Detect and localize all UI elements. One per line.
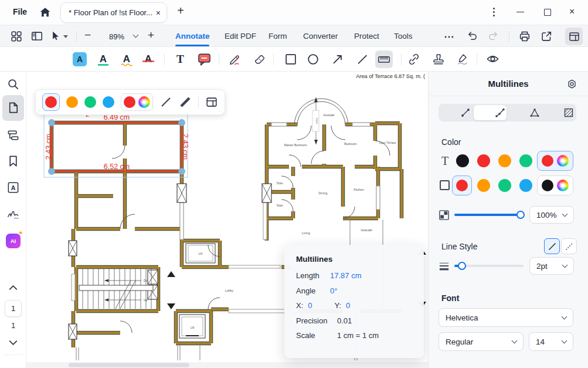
select-cursor-icon[interactable] bbox=[49, 30, 62, 43]
measure-tool-icon[interactable] bbox=[375, 50, 393, 68]
tab-form[interactable]: Form bbox=[268, 32, 287, 40]
squiggly-tool-icon[interactable]: A bbox=[118, 51, 134, 67]
window-close-button[interactable]: × bbox=[569, 6, 575, 17]
color-wheel-icon[interactable] bbox=[138, 96, 150, 108]
settings-icon[interactable] bbox=[566, 79, 577, 90]
color-wheel-icon[interactable] bbox=[557, 155, 569, 167]
strikethrough-tool-icon[interactable]: A bbox=[140, 51, 156, 67]
tab-tools[interactable]: Tools bbox=[394, 32, 413, 40]
opacity-dropdown[interactable]: 100% bbox=[529, 206, 574, 224]
line-style-solid-selected[interactable] bbox=[544, 238, 560, 254]
page-thumbnails-icon[interactable] bbox=[6, 101, 20, 114]
panel-layout-toggle[interactable] bbox=[565, 28, 583, 45]
home-icon[interactable] bbox=[39, 6, 52, 19]
line-width-dropdown[interactable]: 2pt bbox=[529, 257, 574, 275]
thick-line-icon[interactable] bbox=[179, 96, 192, 109]
annotations-list-icon[interactable]: A bbox=[6, 181, 20, 194]
panel-layout-icon[interactable] bbox=[205, 96, 218, 109]
annotation-handle[interactable] bbox=[49, 120, 55, 126]
bookmark-icon[interactable] bbox=[6, 154, 20, 168]
color-swatch-green[interactable] bbox=[84, 96, 96, 108]
signature-panel-icon[interactable] bbox=[6, 207, 20, 221]
ai-assistant-icon[interactable]: AI ✦ bbox=[6, 234, 21, 248]
measurement-annotation[interactable]: 2 6.49 cm 6.52 cm 2.43 cm 2.43 cm bbox=[45, 111, 189, 175]
previous-page-icon[interactable] bbox=[6, 281, 20, 295]
pencil-tool-icon[interactable] bbox=[227, 51, 243, 67]
zoom-level[interactable]: 89% bbox=[103, 32, 130, 41]
tab-protect[interactable]: Protect bbox=[354, 32, 379, 40]
multilines-tool-icon[interactable] bbox=[494, 107, 506, 119]
annotation-handle[interactable] bbox=[49, 168, 55, 175]
document-tab[interactable]: * Floor Plan of !st Floor... × bbox=[60, 2, 167, 23]
cursor-dropdown-icon[interactable] bbox=[63, 35, 68, 38]
line-style-dashed[interactable] bbox=[561, 238, 577, 254]
line-tool-icon[interactable] bbox=[354, 51, 370, 67]
file-menu[interactable]: File bbox=[13, 7, 27, 16]
document-canvas[interactable]: Area of Terrace 6.87 Sq. m. ( 1750 Veran… bbox=[26, 72, 428, 368]
text-color-black[interactable] bbox=[456, 154, 469, 167]
zoom-dropdown-icon[interactable] bbox=[133, 32, 139, 38]
show-hide-tool-icon[interactable] bbox=[485, 51, 501, 67]
horizontal-scrollbar-thumb[interactable] bbox=[69, 363, 189, 367]
print-icon[interactable] bbox=[518, 30, 531, 43]
color-swatch-orange[interactable] bbox=[66, 96, 78, 108]
tab-edit-pdf[interactable]: Edit PDF bbox=[225, 32, 256, 40]
distance-tool-icon[interactable] bbox=[460, 107, 471, 119]
undo-button[interactable] bbox=[467, 30, 480, 43]
stamp-tool-icon[interactable] bbox=[430, 51, 446, 67]
annotation-handle[interactable] bbox=[179, 120, 185, 126]
tab-annotate[interactable]: Annotate bbox=[175, 32, 210, 40]
color-swatch-blue[interactable] bbox=[103, 96, 114, 108]
opacity-slider[interactable] bbox=[454, 214, 524, 216]
custom-color-group[interactable] bbox=[121, 93, 153, 111]
comment-tool-icon[interactable] bbox=[196, 51, 212, 67]
sidebar-toggle-icon[interactable] bbox=[30, 30, 43, 43]
font-style-dropdown[interactable]: Regular bbox=[439, 332, 524, 351]
ellipse-tool-icon[interactable] bbox=[305, 51, 321, 67]
annotation-handle[interactable] bbox=[179, 168, 185, 175]
border-color-blue[interactable] bbox=[519, 179, 532, 192]
new-tab-button[interactable]: + bbox=[174, 4, 187, 18]
tab-close-icon[interactable]: × bbox=[156, 8, 161, 18]
area-tool-icon[interactable] bbox=[563, 107, 575, 119]
link-tool-icon[interactable] bbox=[406, 51, 422, 67]
perimeter-tool-icon[interactable] bbox=[529, 107, 541, 119]
highlight-tool-icon[interactable]: A bbox=[72, 51, 87, 67]
window-minimize-button[interactable] bbox=[516, 12, 524, 12]
border-color-orange[interactable] bbox=[477, 179, 490, 192]
redo-button[interactable] bbox=[487, 30, 499, 43]
line-width-slider-thumb[interactable] bbox=[458, 262, 466, 270]
border-color-green[interactable] bbox=[498, 179, 511, 192]
text-color-green[interactable] bbox=[519, 154, 532, 167]
color-swatch-red-selected[interactable] bbox=[42, 93, 60, 111]
border-color-red-selected[interactable] bbox=[452, 175, 472, 195]
add-text-tool-icon[interactable]: T bbox=[172, 51, 188, 67]
text-color-orange[interactable] bbox=[498, 154, 511, 167]
outline-tree-icon[interactable] bbox=[6, 129, 20, 142]
border-color-custom-group[interactable] bbox=[537, 175, 573, 195]
underline-tool-icon[interactable]: A bbox=[95, 51, 111, 67]
zoom-out-button[interactable]: − bbox=[84, 29, 91, 42]
window-maximize-button[interactable] bbox=[544, 9, 551, 16]
grid-view-icon[interactable] bbox=[10, 30, 23, 43]
share-export-icon[interactable] bbox=[540, 30, 553, 43]
signature-tool-icon[interactable] bbox=[454, 51, 470, 67]
tab-converter[interactable]: Converter bbox=[303, 32, 338, 40]
more-options-icon[interactable] bbox=[493, 8, 495, 16]
eraser-tool-icon[interactable] bbox=[252, 51, 268, 67]
font-size-dropdown[interactable]: 14 bbox=[529, 332, 573, 351]
current-page-input[interactable]: 1 bbox=[5, 300, 22, 317]
more-menu-icon[interactable] bbox=[443, 31, 456, 44]
next-page-icon[interactable] bbox=[6, 336, 20, 349]
opacity-slider-thumb[interactable] bbox=[516, 211, 525, 219]
thin-line-icon[interactable] bbox=[159, 96, 172, 109]
search-icon[interactable] bbox=[6, 77, 20, 91]
text-color-red[interactable] bbox=[477, 154, 490, 167]
arrow-tool-icon[interactable] bbox=[329, 51, 345, 67]
rectangle-tool-icon[interactable] bbox=[283, 51, 298, 67]
zoom-in-button[interactable]: + bbox=[148, 29, 154, 42]
text-color-custom-selected[interactable] bbox=[537, 151, 573, 171]
font-family-dropdown[interactable]: Helvetica bbox=[439, 308, 573, 327]
color-wheel-icon[interactable] bbox=[557, 180, 569, 191]
line-width-slider[interactable] bbox=[454, 265, 524, 267]
